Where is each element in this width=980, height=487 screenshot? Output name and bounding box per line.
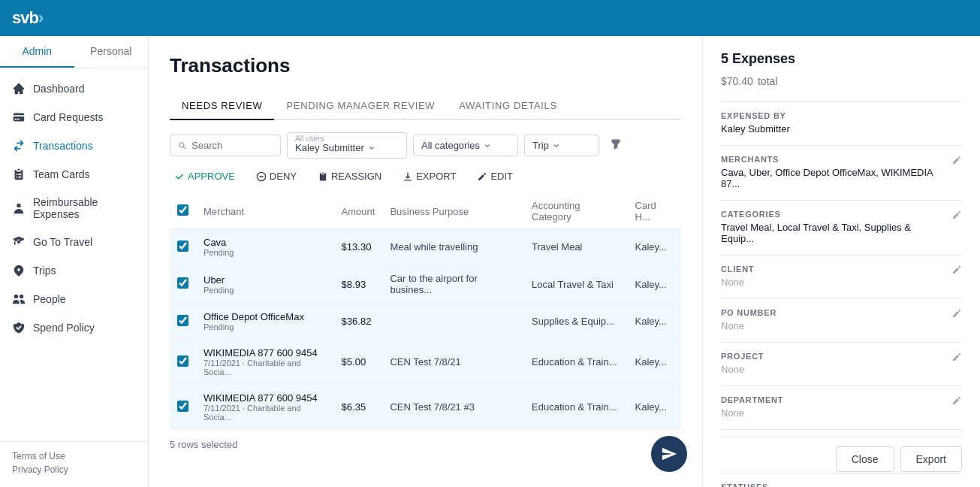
- table-row[interactable]: WIKIMEDIA 877 600 94547/11/2021 · Charit…: [170, 385, 681, 430]
- search-icon: [178, 141, 187, 151]
- deny-button[interactable]: DENY: [252, 168, 301, 185]
- row-checkbox-2[interactable]: [177, 277, 188, 289]
- sidebar-item-label-dashboard: Dashboard: [33, 83, 85, 95]
- panel-section-merchants: MERCHANTS Cava, Uber, Office Depot Offic…: [721, 155, 962, 191]
- tab-needs-review[interactable]: NEEDS REVIEW: [170, 92, 274, 120]
- client-edit-icon[interactable]: [951, 265, 962, 278]
- sidebar-item-card-requests[interactable]: Card Requests: [0, 103, 148, 132]
- user-filter-value: Kaley Submitter: [295, 142, 364, 153]
- export-button[interactable]: EXPORT: [398, 168, 460, 185]
- transactions-table: Merchant Amount Business Purpose Account…: [170, 194, 681, 430]
- sidebar-footer: Terms of Use Privacy Policy: [0, 441, 148, 487]
- trip-filter[interactable]: Trip: [524, 135, 599, 156]
- export-icon: [403, 171, 413, 182]
- col-amount: Amount: [334, 194, 383, 229]
- category-filter-value: All categories: [421, 140, 480, 151]
- row-checkbox-1[interactable]: [177, 240, 188, 252]
- team-icon: [12, 168, 26, 181]
- filter-options-icon[interactable]: [605, 134, 626, 158]
- col-card-holder: Card H...: [628, 194, 681, 229]
- panel-section-client: CLIENT None: [721, 265, 962, 289]
- reassign-icon: [318, 171, 328, 182]
- category-filter[interactable]: All categories: [413, 135, 518, 156]
- sidebar-item-trips[interactable]: Trips: [0, 256, 148, 285]
- table-row[interactable]: Office Depot OfficeMaxPending $36.82 Sup…: [170, 304, 681, 340]
- search-input[interactable]: [191, 140, 273, 151]
- travel-icon: [12, 235, 26, 249]
- sidebar-item-label-transactions: Transactions: [33, 140, 93, 152]
- sidebar-tab-admin[interactable]: Admin: [0, 36, 74, 68]
- edit-button[interactable]: EDIT: [472, 168, 517, 185]
- edit-icon: [477, 171, 487, 182]
- home-icon: [12, 82, 26, 95]
- categories-edit-icon[interactable]: [951, 210, 962, 223]
- panel-export-button[interactable]: Export: [900, 446, 962, 472]
- user-filter-label: All users: [295, 135, 324, 143]
- action-bar: APPROVE DENY REASSIGN EXPORT EDIT: [170, 168, 681, 185]
- policy-icon: [12, 321, 26, 334]
- merchants-edit-icon[interactable]: [951, 155, 962, 168]
- sidebar-item-label-card-requests: Card Requests: [33, 111, 103, 123]
- card-icon: [12, 110, 26, 124]
- sidebar-item-label-reimbursable: Reimbursable Expenses: [33, 196, 136, 220]
- page-title: Transactions: [170, 54, 681, 77]
- transactions-icon: [12, 139, 26, 153]
- user-filter[interactable]: All users Kaley Submitter: [287, 132, 407, 159]
- sidebar-item-reimbursable[interactable]: Reimbursable Expenses: [0, 189, 148, 228]
- svb-logo: svb›: [12, 8, 43, 28]
- approve-button[interactable]: APPROVE: [170, 168, 240, 185]
- row-checkbox-5[interactable]: [177, 401, 188, 412]
- sidebar-item-label-people: People: [33, 293, 66, 305]
- panel-section-categories: CATEGORIES Travel Meal, Local Travel & T…: [721, 210, 962, 246]
- project-edit-icon[interactable]: [951, 352, 962, 365]
- chat-button[interactable]: [651, 436, 687, 472]
- filters-bar: All users Kaley Submitter All categories…: [170, 132, 681, 159]
- table-row[interactable]: UberPending $8.93 Car to the airport for…: [170, 265, 681, 304]
- terms-of-use-link[interactable]: Terms of Use: [12, 451, 136, 461]
- tab-pending-manager-review[interactable]: PENDING MANAGER REVIEW: [274, 92, 447, 119]
- sidebar-item-people[interactable]: People: [0, 285, 148, 313]
- sidebar-nav: Dashboard Card Requests Transactions: [0, 68, 148, 441]
- people-icon: [12, 292, 26, 306]
- trips-icon: [12, 264, 26, 277]
- select-all-checkbox[interactable]: [177, 204, 188, 216]
- col-accounting-category: Accounting Category: [524, 194, 627, 229]
- panel-footer: Close Export: [721, 437, 962, 472]
- row-checkbox-4[interactable]: [177, 355, 188, 367]
- sidebar-item-label-travel: Go To Travel: [33, 236, 92, 248]
- top-bar: svb›: [0, 0, 980, 36]
- search-box[interactable]: [170, 135, 281, 156]
- privacy-policy-link[interactable]: Privacy Policy: [12, 464, 136, 475]
- svb-arrow: ›: [38, 8, 43, 27]
- sidebar-item-label-spend-policy: Spend Policy: [33, 322, 95, 334]
- table-row[interactable]: CavaPending $13.30 Meal while travelling…: [170, 229, 681, 265]
- content-area: Transactions NEEDS REVIEW PENDING MANAGE…: [149, 36, 702, 487]
- approve-icon: [174, 171, 185, 182]
- content-tabs: NEEDS REVIEW PENDING MANAGER REVIEW AWAI…: [170, 92, 681, 120]
- department-edit-icon[interactable]: [951, 395, 962, 409]
- panel-total: $70.40 total: [721, 70, 962, 89]
- chevron-down-icon-2: [483, 141, 492, 150]
- right-panel: 5 Expenses $70.40 total EXPENSED BY Kale…: [702, 36, 980, 487]
- sidebar-item-travel[interactable]: Go To Travel: [0, 228, 148, 256]
- panel-title: 5 Expenses: [721, 51, 962, 67]
- sidebar-tab-personal[interactable]: Personal: [74, 36, 149, 68]
- sidebar-item-team-cards[interactable]: Team Cards: [0, 160, 148, 189]
- po-number-edit-icon[interactable]: [951, 308, 962, 322]
- deny-icon: [256, 171, 267, 182]
- tab-awaiting-details[interactable]: AWAITING DETAILS: [447, 92, 569, 119]
- sidebar-item-transactions[interactable]: Transactions: [0, 132, 148, 160]
- table-row[interactable]: WIKIMEDIA 877 600 94547/11/2021 · Charit…: [170, 340, 681, 385]
- expenses-icon: [12, 201, 26, 215]
- main-layout: Admin Personal Dashboard Card Requests: [0, 36, 980, 487]
- panel-section-po-number: PO NUMBER None: [721, 308, 962, 333]
- sidebar-item-dashboard[interactable]: Dashboard: [0, 74, 148, 103]
- sidebar-item-spend-policy[interactable]: Spend Policy: [0, 313, 148, 342]
- reassign-button[interactable]: REASSIGN: [313, 168, 386, 185]
- panel-section-project: PROJECT None: [721, 352, 962, 377]
- close-button[interactable]: Close: [836, 446, 894, 472]
- chevron-down-icon-3: [552, 141, 561, 150]
- row-checkbox-3[interactable]: [177, 315, 188, 326]
- chevron-down-icon: [367, 144, 376, 153]
- trip-filter-value: Trip: [532, 140, 549, 151]
